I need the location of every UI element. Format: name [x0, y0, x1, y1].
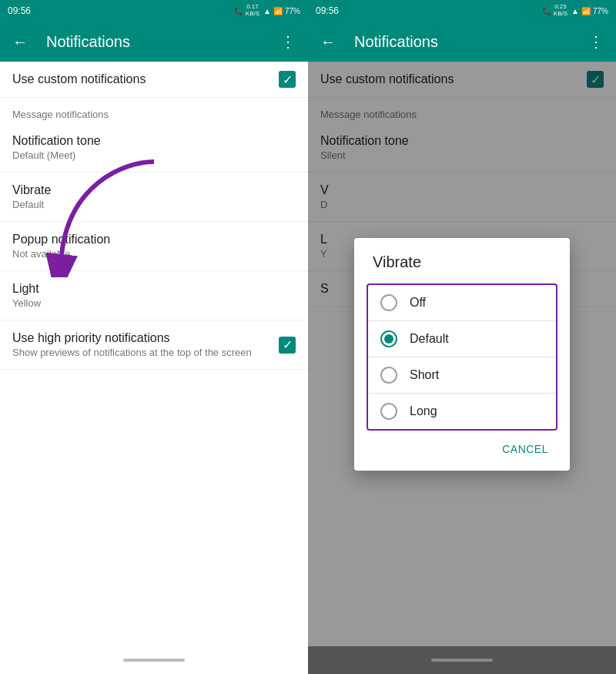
left-status-icons: 📞 0.17 KB/S ▲ 📶 77% — [234, 4, 300, 18]
dialog-cancel-button[interactable]: Cancel — [493, 437, 557, 461]
dialog-option-long[interactable]: Long — [368, 394, 556, 429]
dialog-option-default[interactable]: Default — [368, 321, 556, 357]
left-custom-notifications-label: Use custom notifications — [12, 72, 296, 86]
dialog-option-off[interactable]: Off — [368, 285, 556, 321]
left-vibrate-value: Default — [12, 199, 296, 210]
left-popup-label: Popup notification — [12, 233, 296, 246]
left-panel: 09:56 📞 0.17 KB/S ▲ 📶 77% ← Notification… — [0, 0, 308, 674]
left-vibrate-label: Vibrate — [12, 183, 296, 197]
left-call-icon: 📞 — [234, 7, 243, 15]
left-high-priority-label: Use high priority notifications — [12, 331, 296, 345]
radio-default — [380, 330, 397, 347]
dialog-option-short[interactable]: Short — [368, 357, 556, 394]
dialog-option-short-label: Short — [410, 368, 439, 382]
left-app-bar: ← Notifications ⋮ — [0, 22, 308, 62]
right-call-icon: 📞 — [542, 7, 551, 15]
right-menu-button[interactable]: ⋮ — [582, 28, 610, 55]
right-app-bar: ← Notifications ⋮ — [308, 22, 616, 62]
right-status-bar: 09:56 📞 0.23 KB/S ▲ 📶 77% — [308, 0, 616, 22]
right-status-icons: 📞 0.23 KB/S ▲ 📶 77% — [542, 4, 608, 18]
left-battery: 77% — [285, 7, 300, 15]
left-message-notifications-header: Message notifications — [0, 98, 308, 123]
radio-short — [380, 367, 397, 384]
radio-off — [380, 294, 397, 311]
left-kbs: 0.17 KB/S — [246, 4, 259, 18]
left-back-button[interactable]: ← — [6, 28, 34, 55]
left-status-bar: 09:56 📞 0.17 KB/S ▲ 📶 77% — [0, 0, 308, 22]
left-popup-value: Not available — [12, 248, 296, 260]
right-back-button[interactable]: ← — [314, 28, 342, 55]
left-high-priority-checkbox[interactable]: ✓ — [279, 337, 296, 354]
right-nav-bar — [308, 646, 616, 674]
right-home-indicator — [431, 659, 493, 662]
dialog-option-off-label: Off — [410, 296, 426, 310]
left-notification-tone-label: Notification tone — [12, 134, 296, 148]
dialog-title: Vibrate — [354, 253, 570, 283]
dialog-option-default-label: Default — [410, 332, 449, 346]
left-wifi-icon: ▲ — [263, 7, 271, 15]
left-notification-tone-value: Default (Meet) — [12, 149, 296, 161]
radio-long — [380, 403, 397, 420]
left-custom-notifications-item[interactable]: Use custom notifications ✓ — [0, 62, 308, 98]
vibrate-dialog: Vibrate Off Default Short — [354, 238, 570, 471]
right-panel-content: Use custom notifications ✓ Message notif… — [308, 62, 616, 646]
dialog-option-long-label: Long — [410, 404, 437, 418]
left-time: 09:56 — [8, 5, 31, 16]
right-page-title: Notifications — [342, 33, 582, 51]
left-vibrate-item[interactable]: Vibrate Default — [0, 173, 308, 222]
right-wifi-icon: ▲ — [571, 7, 579, 15]
left-light-value: Yellow — [12, 297, 296, 309]
right-panel: 09:56 📞 0.23 KB/S ▲ 📶 77% ← Notification… — [308, 0, 616, 674]
left-light-label: Light — [12, 282, 296, 296]
dialog-options-list: Off Default Short Long — [367, 283, 557, 431]
left-home-indicator — [123, 659, 185, 662]
left-nav-bar — [0, 646, 308, 674]
left-menu-button[interactable]: ⋮ — [274, 28, 302, 55]
right-battery: 77% — [593, 7, 608, 15]
left-notification-tone-item[interactable]: Notification tone Default (Meet) — [0, 123, 308, 173]
left-settings-content: Use custom notifications ✓ Message notif… — [0, 62, 308, 646]
left-high-priority-sublabel: Show previews of notifications at the to… — [12, 347, 296, 358]
left-signal-icon: 📶 — [273, 7, 283, 15]
left-high-priority-item[interactable]: Use high priority notifications Show pre… — [0, 320, 308, 370]
right-kbs: 0.23 KB/S — [554, 4, 567, 18]
left-popup-item[interactable]: Popup notification Not available — [0, 222, 308, 271]
radio-default-inner — [384, 334, 393, 344]
dialog-actions: Cancel — [354, 431, 570, 464]
left-custom-notifications-checkbox[interactable]: ✓ — [279, 71, 296, 88]
left-light-item[interactable]: Light Yellow — [0, 271, 308, 320]
right-time: 09:56 — [316, 5, 339, 16]
right-signal-icon: 📶 — [581, 7, 591, 15]
left-page-title: Notifications — [34, 33, 274, 51]
